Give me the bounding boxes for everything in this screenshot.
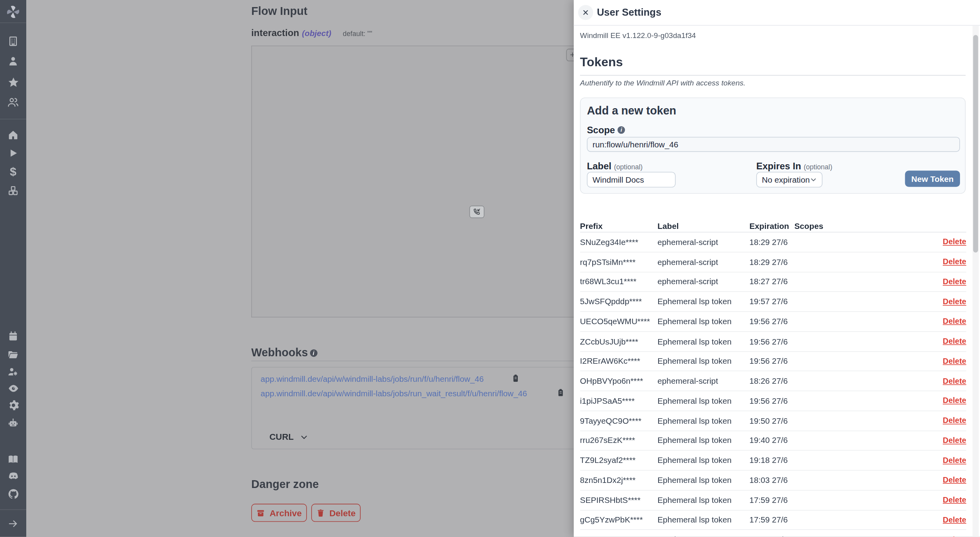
token-prefix: ZCcbUsJUjb**** [580, 337, 658, 346]
webhooks-card: app.windmill.dev/api/w/windmill-labs/job… [251, 367, 621, 449]
token-label: Ephemeral lsp token [657, 456, 749, 465]
phone-incoming-icon [473, 208, 481, 216]
settings-gear-icon[interactable] [0, 397, 26, 412]
token-prefix: UECO5qeWMU**** [580, 317, 658, 326]
label-field-label: Label (optional) [587, 161, 642, 171]
chevron-down-icon [300, 433, 308, 441]
token-label: Ephemeral lsp token [657, 297, 749, 307]
token-expiration: 19:57 27/6 [750, 297, 795, 307]
sidebar-divider [0, 22, 26, 23]
new-token-button[interactable]: New Token [905, 171, 960, 187]
token-row: OHpBVYpo6n**** ephemeral-script 18:26 27… [580, 371, 966, 391]
delete-token-link[interactable]: Delete [943, 515, 966, 524]
token-expiration: 18:26 27/6 [750, 376, 795, 386]
delete-token-link[interactable]: Delete [943, 396, 966, 405]
webhook-url-run-wait-result[interactable]: app.windmill.dev/api/w/windmill-labs/job… [261, 389, 527, 398]
schedules-calendar-icon[interactable] [0, 329, 26, 344]
info-icon: i [310, 349, 317, 357]
delete-token-link[interactable]: Delete [943, 317, 966, 326]
user-icon[interactable] [0, 54, 26, 69]
token-prefix: tr68WL3cu1**** [580, 277, 658, 287]
archive-icon [256, 508, 265, 517]
token-prefix: 5JwSFQpddp**** [580, 297, 658, 307]
scope-input[interactable]: run:flow/u/henri/flow_46 [587, 137, 960, 152]
col-expiration: Expiration [750, 221, 795, 230]
groups-icon[interactable] [0, 95, 26, 110]
variables-dollar-icon[interactable]: $ [0, 164, 26, 179]
divider [251, 361, 620, 361]
token-row: rru267sEzK**** Ephemeral lsp token 19:40… [580, 431, 966, 451]
info-icon: i [618, 126, 625, 134]
suspend-badge [469, 206, 484, 218]
docs-book-icon[interactable] [0, 452, 26, 467]
sidebar-divider [0, 509, 26, 510]
token-prefix: rru267sEzK**** [580, 436, 658, 445]
drawer-scrollbar[interactable] [973, 25, 979, 537]
token-expiration: 19:56 27/6 [750, 356, 795, 366]
token-row: QsXY51ZvOU**** session 08:55 29/6 Delete [580, 530, 966, 537]
runs-play-icon[interactable] [0, 145, 26, 160]
github-icon[interactable] [0, 486, 26, 501]
delete-token-link[interactable]: Delete [943, 238, 966, 246]
audit-eye-icon[interactable] [0, 381, 26, 395]
collapse-arrow-icon[interactable] [0, 516, 26, 531]
copy-clipboard-icon[interactable] [556, 388, 565, 399]
windmill-logo[interactable] [0, 4, 26, 19]
delete-token-link[interactable]: Delete [943, 416, 966, 425]
token-label: Ephemeral lsp token [657, 396, 749, 406]
token-prefix: rq7pSTsiMn**** [580, 257, 658, 267]
scope-label: Scope i [587, 124, 625, 135]
col-prefix: Prefix [580, 221, 658, 230]
ai-robot-icon[interactable] [0, 415, 26, 430]
curl-toggle[interactable]: CURL [269, 432, 308, 442]
token-prefix: gCg5YzwPbK**** [580, 515, 658, 524]
delete-token-link[interactable]: Delete [943, 456, 966, 464]
token-row: 8zn5n1Dx2j**** Ephemeral lsp token 18:03… [580, 471, 966, 491]
token-expiration: 18:27 27/6 [750, 277, 795, 287]
delete-token-link[interactable]: Delete [943, 278, 966, 286]
token-expiration: 19:56 27/6 [750, 317, 795, 326]
delete-token-link[interactable]: Delete [943, 377, 966, 385]
close-button[interactable] [578, 5, 593, 20]
danger-zone-title: Danger zone [251, 478, 319, 491]
property-type: (object) [302, 29, 331, 38]
folders-icon[interactable] [0, 347, 26, 362]
token-prefix: QsXY51ZvOU**** [580, 535, 658, 537]
drawer-title: User Settings [597, 7, 661, 18]
token-prefix: I2RErAW6Kc**** [580, 356, 658, 366]
sidebar-divider [0, 119, 26, 120]
delete-token-link[interactable]: Delete [943, 496, 966, 504]
token-expiration: 08:55 29/6 [750, 535, 795, 537]
token-expiration: 19:50 27/6 [750, 416, 795, 425]
webhooks-title: Webhooksi [251, 346, 318, 359]
token-prefix: SEPIRSHbtS**** [580, 495, 658, 505]
resources-boxes-icon[interactable] [0, 183, 26, 198]
favorites-star-icon[interactable] [0, 74, 26, 89]
discord-icon[interactable] [0, 469, 26, 484]
expires-in-select[interactable]: No expiration [756, 172, 822, 187]
token-row: tr68WL3cu1**** ephemeral-script 18:27 27… [580, 272, 966, 292]
delete-token-link[interactable]: Delete [943, 297, 966, 306]
token-prefix: TZ9L2syaf2**** [580, 456, 658, 465]
token-label: Ephemeral lsp token [657, 416, 749, 425]
workers-icon[interactable] [0, 365, 26, 379]
scrollbar-thumb[interactable] [973, 35, 978, 252]
token-prefix: OHpBVYpo6n**** [580, 376, 658, 386]
delete-flow-button[interactable]: Delete [311, 504, 361, 522]
expires-in-label: Expires In (optional) [756, 161, 832, 171]
webhook-url-run[interactable]: app.windmill.dev/api/w/windmill-labs/job… [261, 374, 484, 384]
delete-token-link[interactable]: Delete [943, 258, 966, 266]
delete-token-link[interactable]: Delete [943, 357, 966, 365]
delete-token-link[interactable]: Delete [943, 337, 966, 346]
delete-token-link[interactable]: Delete [943, 436, 966, 445]
archive-button[interactable]: Archive [251, 504, 307, 522]
workspace-icon[interactable] [0, 34, 26, 49]
token-row: 9TayyeQC9O**** Ephemeral lsp token 19:50… [580, 411, 966, 431]
chevron-down-icon [810, 176, 817, 183]
label-input[interactable]: Windmill Docs [587, 172, 675, 187]
delete-token-link[interactable]: Delete [943, 476, 966, 484]
copy-clipboard-icon[interactable] [511, 374, 520, 385]
delete-token-link[interactable]: Delete [943, 535, 966, 537]
flow-canvas[interactable]: + − Input TS Extract Discord Question b … [251, 45, 621, 317]
home-icon[interactable] [0, 127, 26, 142]
